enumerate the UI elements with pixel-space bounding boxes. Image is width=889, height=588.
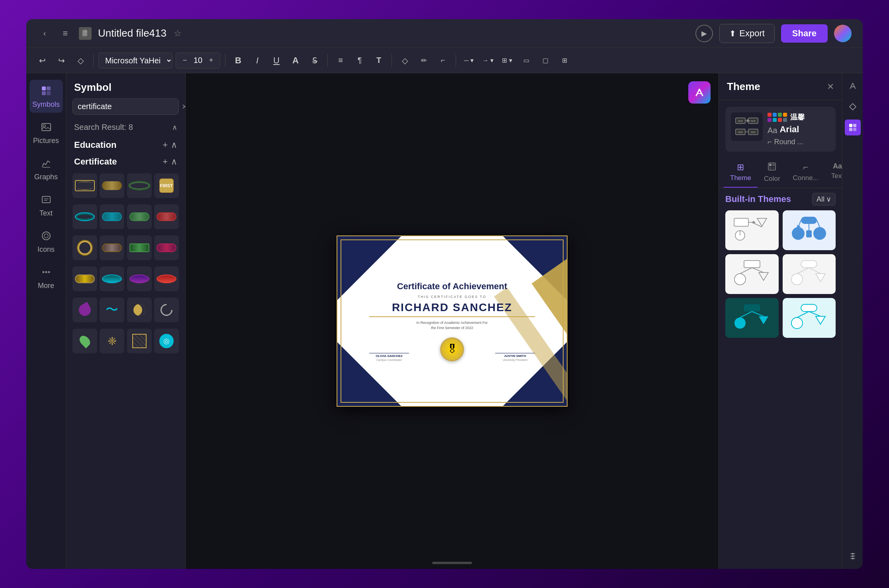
font-increase-button[interactable]: + [206, 55, 217, 66]
toolbar-separator-2 [225, 54, 225, 67]
search-input[interactable] [78, 102, 178, 111]
edge-tool-3-active[interactable] [845, 120, 861, 135]
cert-description: In Recognition of Academic Achievement F… [416, 320, 488, 331]
paragraph-button[interactable]: ¶ [352, 53, 368, 69]
symbol-cell-1[interactable] [72, 173, 97, 198]
align-button[interactable]: ≡ [333, 53, 349, 69]
symbol-cell-4[interactable]: FIRST [154, 173, 179, 198]
collapse-icon[interactable]: ∧ [172, 123, 177, 132]
symbol-cell-24[interactable]: ◎ [154, 329, 179, 353]
tab-theme-icon: ⊞ [737, 162, 744, 172]
symbol-cell-21[interactable] [72, 329, 97, 353]
symbol-cell-20[interactable] [154, 298, 179, 322]
theme-card-2[interactable] [783, 210, 836, 250]
tab-bar: ⊞ Theme Color [719, 158, 842, 188]
text-format-icon: T [376, 56, 381, 65]
symbol-cell-6[interactable] [100, 204, 124, 229]
rect-button[interactable]: ▭ [518, 53, 534, 69]
close-panel-button[interactable]: ✕ [827, 82, 834, 92]
symbol-cell-11[interactable] [127, 235, 152, 260]
tab-theme[interactable]: ⊞ Theme [724, 158, 758, 188]
canvas-area[interactable]: Certificate of Achievement THIS CERTIFIC… [186, 73, 719, 569]
table-button[interactable]: ⊞ [556, 53, 572, 69]
share-button[interactable]: Share [781, 24, 828, 43]
tab-color-icon [768, 162, 776, 173]
sidebar-item-icons[interactable]: Icons [29, 225, 63, 258]
theme-card-6[interactable] [783, 298, 836, 338]
symbol-cell-19[interactable] [127, 298, 152, 322]
symbol-cell-5[interactable] [72, 204, 97, 229]
tab-connector[interactable]: ⌐ Conne... [787, 158, 825, 188]
menu-button[interactable]: ≡ [58, 26, 72, 41]
back-button[interactable]: ‹ [37, 26, 52, 41]
export-button[interactable]: ⬆ Export [719, 24, 775, 43]
sidebar-item-symbols[interactable]: Symbols [29, 80, 63, 113]
strikethrough-button[interactable]: S̶ [307, 53, 323, 69]
education-collapse-button[interactable]: ∧ [171, 140, 177, 150]
symbol-cell-22[interactable]: ❈ [100, 329, 124, 353]
edge-tool-bottom[interactable] [845, 548, 861, 564]
certificate-collapse-button[interactable]: ∧ [171, 157, 177, 167]
symbol-cell-14[interactable] [100, 267, 124, 291]
symbol-cell-3[interactable] [127, 173, 152, 198]
symbol-cell-9[interactable] [72, 235, 97, 260]
theme-card-5[interactable] [725, 298, 779, 338]
undo-button[interactable]: ↩ [34, 53, 50, 69]
certificate-add-button[interactable]: + [163, 157, 168, 167]
arrow-button[interactable]: → ▾ [480, 53, 496, 69]
theme-card-4[interactable] [783, 254, 836, 294]
underline-button[interactable]: U [268, 53, 284, 69]
theme-card-3[interactable] [725, 254, 779, 294]
star-button[interactable]: ☆ [170, 26, 185, 41]
svg-rect-46 [853, 124, 856, 127]
certificate-section-header: Certificate + ∧ [66, 153, 185, 170]
font-decrease-button[interactable]: − [179, 55, 190, 66]
text-format-button[interactable]: T [371, 53, 387, 69]
symbol-cell-12[interactable] [154, 235, 179, 260]
search-clear-button[interactable]: ✕ [182, 102, 186, 111]
font-select[interactable]: Microsoft YaHei [98, 53, 172, 69]
edge-tool-2[interactable] [845, 99, 861, 115]
symbol-cell-18[interactable]: 〜 [100, 298, 124, 322]
symbol-cell-8[interactable] [154, 204, 179, 229]
play-button[interactable]: ▶ [695, 25, 713, 42]
svg-rect-42 [801, 304, 817, 312]
education-add-button[interactable]: + [163, 140, 168, 150]
symbol-cell-16[interactable] [154, 267, 179, 291]
svg-rect-39 [744, 304, 760, 312]
pencil-button[interactable]: ✏ [416, 53, 432, 69]
symbol-grid-row5: 〜 [66, 294, 185, 325]
sidebar-item-graphs[interactable]: Graphs [29, 152, 63, 185]
redo-button[interactable]: ↪ [53, 53, 69, 69]
line-style-button[interactable]: ─ ▾ [461, 53, 477, 69]
themes-filter-dropdown[interactable]: All ∨ [812, 193, 836, 206]
symbol-cell-23[interactable] [127, 329, 152, 353]
sidebar-item-pictures[interactable]: Pictures [29, 116, 63, 149]
sidebar-item-text[interactable]: Text [29, 188, 63, 221]
grid-button[interactable]: ⊞ ▾ [499, 53, 515, 69]
sidebar-item-more[interactable]: More [29, 261, 63, 294]
right-panel-header: Theme ✕ [719, 73, 842, 100]
symbol-cell-2[interactable] [100, 173, 124, 198]
bold-button[interactable]: B [230, 53, 246, 69]
tab-text[interactable]: Aa Text [825, 158, 842, 188]
toolbar-separator-1 [93, 54, 94, 67]
symbol-cell-15[interactable] [127, 267, 152, 291]
symbol-cell-10[interactable] [100, 235, 124, 260]
connector-btn[interactable]: ⌐ [435, 53, 451, 69]
font-color-button[interactable]: A [288, 53, 304, 69]
symbol-cell-7[interactable] [127, 204, 152, 229]
tab-color[interactable]: Color [758, 158, 787, 188]
rect2-button[interactable]: ▢ [537, 53, 553, 69]
scrollbar-indicator [432, 562, 472, 564]
symbol-cell-17[interactable] [72, 298, 97, 322]
italic-button[interactable]: I [249, 53, 265, 69]
edge-tool-1[interactable] [845, 78, 861, 94]
shape-button[interactable]: ◇ [397, 53, 413, 69]
user-avatar[interactable] [834, 25, 852, 42]
style-button[interactable]: ◇ [72, 53, 88, 69]
theme-preview-card[interactable]: text text text text [725, 107, 836, 152]
theme-card-1[interactable] [725, 210, 779, 250]
certificate-preview[interactable]: Certificate of Achievement THIS CERTIFIC… [337, 235, 568, 407]
symbol-cell-13[interactable] [72, 267, 97, 291]
